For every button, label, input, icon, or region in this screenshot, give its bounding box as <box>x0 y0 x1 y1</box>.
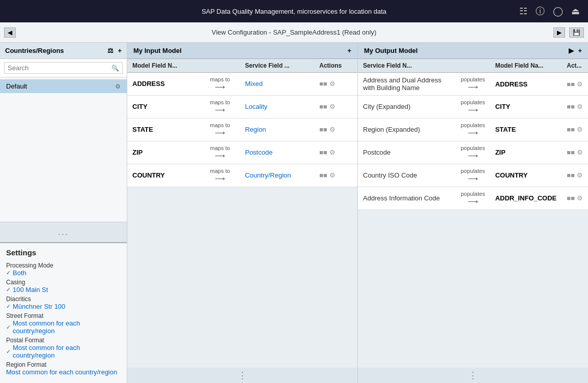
output-drag-handle[interactable]: ⋮ <box>358 368 588 383</box>
street-format-check: ✓ <box>6 324 11 331</box>
output-drag-dots-icon: ⋮ <box>468 370 478 381</box>
table-row: STATE maps to ⟶ Region ■■ ⚙ <box>127 118 357 141</box>
output-action-gear-icon[interactable]: ⚙ <box>577 103 583 110</box>
output-action-map-icon[interactable]: ■■ <box>567 194 575 202</box>
input-model-field: ADDRESS <box>127 73 200 96</box>
back-button[interactable]: ◀ <box>4 27 16 38</box>
play-button[interactable]: ▶ <box>553 27 565 38</box>
actions-cell: ■■ ⚙ <box>314 95 357 118</box>
output-action-map-icon[interactable]: ■■ <box>567 103 575 110</box>
populates-cell: populates ⟶ <box>456 164 490 187</box>
output-actions-cell: ■■ ⚙ <box>562 118 588 141</box>
postal-format-text: Most common for each country/region <box>13 344 121 359</box>
action-gear-icon[interactable]: ⚙ <box>329 103 335 110</box>
app-title: SAP Data Quality Management, microservic… <box>202 8 386 15</box>
service-field-cell[interactable]: Mixed <box>240 73 314 96</box>
output-service-field: City (Expanded) <box>358 96 456 119</box>
action-map-icon[interactable]: ■■ <box>319 171 327 179</box>
action-gear-icon[interactable]: ⚙ <box>329 149 335 156</box>
processing-mode-value[interactable]: ✓ Both <box>6 269 121 277</box>
sub-header-right-icons: ▶ 💾 <box>553 27 584 38</box>
document-icon[interactable]: ☷ <box>519 6 527 17</box>
output-action-gear-icon[interactable]: ⚙ <box>577 80 583 88</box>
power-icon[interactable]: ⏏ <box>571 6 580 17</box>
output-model-content: Service Field N... Model Field Na... Act… <box>358 59 588 368</box>
output-action-map-icon[interactable]: ■■ <box>567 80 575 88</box>
output-action-gear-icon[interactable]: ⚙ <box>577 194 583 202</box>
action-map-icon[interactable]: ■■ <box>319 80 327 87</box>
populates-arrow-icon: ⟶ <box>468 152 478 160</box>
street-format-value[interactable]: ✓ Most common for each country/region <box>6 319 121 335</box>
input-drag-handle[interactable]: ⋮ <box>127 368 357 383</box>
setting-postal-format: Postal Format ✓ Most common for each cou… <box>6 337 121 359</box>
action-gear-icon[interactable]: ⚙ <box>329 171 335 179</box>
service-field-link[interactable]: Postcode <box>245 149 272 156</box>
view-config-title: View Configuration - SAP_SampleAddress1 … <box>212 28 376 36</box>
setting-processing-mode: Processing Mode ✓ Both <box>6 262 121 277</box>
settings-title: Settings <box>6 248 121 257</box>
action-gear-icon[interactable]: ⚙ <box>329 80 335 87</box>
maps-to-text: maps to <box>210 122 230 129</box>
input-model-field: CITY <box>127 95 200 118</box>
casing-check: ✓ <box>6 286 11 293</box>
region-format-text: Most common for each country/region <box>6 368 117 376</box>
service-field-link[interactable]: Country/Region <box>245 171 291 179</box>
output-action-gear-icon[interactable]: ⚙ <box>577 149 583 156</box>
table-row: ZIP maps to ⟶ Postcode ■■ ⚙ <box>127 141 357 164</box>
populates-cell: populates ⟶ <box>456 96 490 119</box>
output-action-gear-icon[interactable]: ⚙ <box>577 126 583 133</box>
balance-icon[interactable]: ⚖ <box>107 47 114 54</box>
service-field-cell[interactable]: Country/Region <box>240 164 314 187</box>
table-row: Postcode populates ⟶ ZIP ■■ ⚙ <box>358 141 588 164</box>
maps-to-cell: maps to ⟶ <box>200 141 240 164</box>
service-field-cell[interactable]: Region <box>240 118 314 141</box>
search-input[interactable] <box>4 62 123 74</box>
country-item-default[interactable]: Default ⚙ <box>0 79 127 93</box>
populates-text: populates <box>461 191 485 197</box>
output-action-gear-icon[interactable]: ⚙ <box>577 171 583 179</box>
casing-value[interactable]: ✓ 100 Main St <box>6 286 121 293</box>
add-output-field-icon[interactable]: + <box>578 47 582 54</box>
drag-dots-icon: ⋮ <box>238 370 247 381</box>
output-action-map-icon[interactable]: ■■ <box>567 149 575 156</box>
service-field-link[interactable]: Mixed <box>245 80 263 87</box>
output-actions-cell: ■■ ⚙ <box>562 187 588 210</box>
maps-to-cell: maps to ⟶ <box>200 95 240 118</box>
action-map-icon[interactable]: ■■ <box>319 149 327 156</box>
region-format-value[interactable]: Most common for each country/region <box>6 368 121 376</box>
table-row: Address and Dual Address with Building N… <box>358 73 588 96</box>
user-icon[interactable]: ◯ <box>553 6 563 17</box>
country-gear-icon[interactable]: ⚙ <box>115 83 121 90</box>
output-model-title: My Output Model <box>364 47 417 54</box>
col-populates <box>456 59 490 73</box>
populates-cell: populates ⟶ <box>456 141 490 164</box>
add-input-field-icon[interactable]: + <box>347 47 351 54</box>
output-action-map-icon[interactable]: ■■ <box>567 171 575 179</box>
countries-regions-title: Countries/Regions <box>5 47 64 54</box>
service-field-cell[interactable]: Locality <box>240 95 314 118</box>
action-map-icon[interactable]: ■■ <box>319 126 327 133</box>
output-model-table: Service Field N... Model Field Na... Act… <box>358 59 588 210</box>
service-field-cell[interactable]: Postcode <box>240 141 314 164</box>
service-field-link[interactable]: Region <box>245 126 266 133</box>
table-row: Country ISO Code populates ⟶ COUNTRY ■■ … <box>358 164 588 187</box>
service-field-link[interactable]: Locality <box>245 103 267 110</box>
output-service-field: Address Information Code <box>358 187 456 210</box>
output-model-field: ADDR_INFO_CODE <box>490 187 562 210</box>
input-model-header: My Input Model + <box>127 43 357 59</box>
action-map-icon[interactable]: ■■ <box>319 103 327 110</box>
arrow-icon: ⟶ <box>215 174 225 183</box>
maps-to-cell: maps to ⟶ <box>200 164 240 187</box>
help-icon[interactable]: ⓘ <box>536 5 545 17</box>
diacritics-value[interactable]: ✓ Münchner Str 100 <box>6 303 121 310</box>
postal-format-value[interactable]: ✓ Most common for each country/region <box>6 344 121 359</box>
output-copy-icon[interactable]: ▶ <box>569 47 574 54</box>
add-country-icon[interactable]: + <box>118 47 122 54</box>
diacritics-check: ✓ <box>6 303 11 310</box>
col-service-field: Service Field ... <box>240 59 314 73</box>
setting-diacritics: Diacritics ✓ Münchner Str 100 <box>6 296 121 310</box>
save-button[interactable]: 💾 <box>569 27 584 38</box>
output-action-map-icon[interactable]: ■■ <box>567 126 575 133</box>
populates-arrow-icon: ⟶ <box>468 106 478 114</box>
action-gear-icon[interactable]: ⚙ <box>329 126 335 133</box>
